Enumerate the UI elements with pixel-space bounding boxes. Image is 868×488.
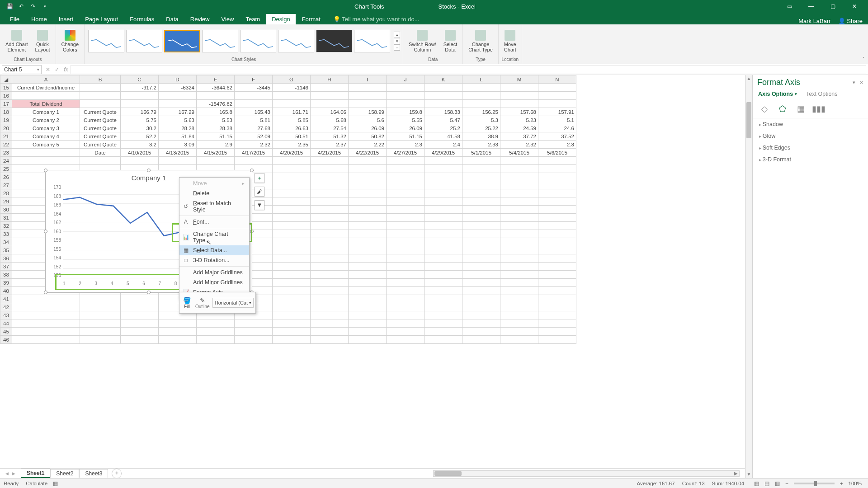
undo-icon[interactable]: ↶ (17, 2, 25, 10)
cell-G30[interactable] (273, 206, 311, 214)
outline-button[interactable]: ✎Outline (193, 297, 212, 309)
chart-style-2[interactable] (126, 30, 162, 52)
cell-L26[interactable] (462, 173, 500, 181)
vertical-scrollbar[interactable]: ▲▼ (745, 75, 752, 478)
cell-J21[interactable]: 51.15 (387, 132, 425, 141)
cell-G45[interactable] (273, 328, 311, 336)
row-header-22[interactable]: 22 (0, 141, 12, 149)
enter-formula-icon[interactable]: ✓ (52, 66, 61, 73)
ribbon-display-options-icon[interactable]: ▭ (781, 0, 797, 13)
cell-J34[interactable] (387, 238, 425, 246)
cell-E46[interactable] (197, 336, 235, 344)
formula-input[interactable] (71, 65, 866, 74)
cell-H19[interactable]: 5.68 (311, 116, 349, 124)
cell-H34[interactable] (311, 238, 349, 246)
row-header-29[interactable]: 29 (0, 197, 12, 206)
cell-N37[interactable] (538, 263, 576, 271)
cell-L16[interactable] (462, 92, 500, 100)
cell-C19[interactable]: 5.75 (121, 116, 159, 124)
chart-style-1[interactable] (88, 30, 124, 52)
cell-J35[interactable] (387, 246, 425, 254)
cell-L43[interactable] (462, 311, 500, 319)
cell-K39[interactable] (425, 279, 462, 287)
cancel-formula-icon[interactable]: ✕ (43, 66, 52, 73)
cell-L21[interactable]: 38.9 (462, 132, 500, 141)
cell-L34[interactable] (462, 238, 500, 246)
cell-N45[interactable] (538, 328, 576, 336)
cell-G32[interactable] (273, 222, 311, 230)
cell-A41[interactable] (12, 295, 80, 303)
cell-N39[interactable] (538, 279, 576, 287)
cell-G17[interactable] (273, 100, 311, 108)
cell-A43[interactable] (12, 311, 80, 319)
cell-H46[interactable] (311, 336, 349, 344)
cell-L24[interactable] (462, 157, 500, 165)
cell-I30[interactable] (349, 206, 387, 214)
cell-E45[interactable] (197, 328, 235, 336)
cell-M45[interactable] (500, 328, 538, 336)
cell-B22[interactable]: Current Quote (80, 141, 121, 149)
cell-M26[interactable] (500, 173, 538, 181)
cell-I44[interactable] (349, 319, 387, 328)
cell-H45[interactable] (311, 328, 349, 336)
row-header-16[interactable]: 16 (0, 92, 12, 100)
cell-L32[interactable] (462, 222, 500, 230)
cell-H16[interactable] (311, 92, 349, 100)
cell-H43[interactable] (311, 311, 349, 319)
cell-I40[interactable] (349, 287, 387, 295)
row-header-21[interactable]: 21 (0, 132, 12, 141)
cell-H17[interactable] (311, 100, 349, 108)
cell-J36[interactable] (387, 254, 425, 263)
cell-F21[interactable]: 52.09 (235, 132, 273, 141)
cell-D17[interactable] (159, 100, 197, 108)
move-chart-button[interactable]: Move Chart (501, 29, 519, 53)
cell-M15[interactable] (500, 84, 538, 92)
chart-style-6[interactable] (278, 30, 314, 52)
cell-G29[interactable] (273, 197, 311, 206)
section-shadow[interactable]: Shadow (753, 118, 868, 130)
cell-G23[interactable]: 4/20/2015 (273, 149, 311, 157)
size-props-icon[interactable]: ▦ (794, 103, 807, 115)
cell-B16[interactable] (80, 92, 121, 100)
cell-M23[interactable]: 5/4/2015 (500, 149, 538, 157)
cell-G35[interactable] (273, 246, 311, 254)
view-page-break-icon[interactable]: ▥ (772, 479, 783, 488)
cell-M41[interactable] (500, 295, 538, 303)
axis-options-tab[interactable]: Axis Options ▾ (758, 91, 797, 97)
cell-K18[interactable]: 158.33 (425, 108, 462, 116)
cell-J46[interactable] (387, 336, 425, 344)
cell-L27[interactable] (462, 181, 500, 189)
select-data-button[interactable]: Select Data (441, 29, 460, 53)
cell-J41[interactable] (387, 295, 425, 303)
row-header-17[interactable]: 17 (0, 100, 12, 108)
cell-G24[interactable] (273, 157, 311, 165)
sheet-tab-1[interactable]: Sheet1 (21, 469, 50, 478)
tab-format[interactable]: Format (297, 14, 326, 24)
save-icon[interactable]: 💾 (5, 2, 14, 10)
cell-M22[interactable]: 2.32 (500, 141, 538, 149)
cell-C22[interactable]: 3.2 (121, 141, 159, 149)
cell-F23[interactable]: 4/17/2015 (235, 149, 273, 157)
cell-A24[interactable] (12, 157, 80, 165)
row-header-28[interactable]: 28 (0, 189, 12, 197)
change-chart-type-button[interactable]: Change Chart Type (466, 29, 495, 53)
cell-E18[interactable]: 165.8 (197, 108, 235, 116)
cell-K30[interactable] (425, 206, 462, 214)
cell-A45[interactable] (12, 328, 80, 336)
row-header-36[interactable]: 36 (0, 254, 12, 263)
cell-B44[interactable] (80, 319, 121, 328)
cell-H38[interactable] (311, 271, 349, 279)
cell-I26[interactable] (349, 173, 387, 181)
zoom-level[interactable]: 100% (846, 479, 864, 488)
cell-D22[interactable]: 3.09 (159, 141, 197, 149)
cell-I33[interactable] (349, 230, 387, 238)
cell-N28[interactable] (538, 189, 576, 197)
cell-J38[interactable] (387, 271, 425, 279)
cell-E20[interactable]: 28.38 (197, 124, 235, 132)
cell-D18[interactable]: 167.29 (159, 108, 197, 116)
cell-K21[interactable]: 41.58 (425, 132, 462, 141)
cell-I35[interactable] (349, 246, 387, 254)
row-header-20[interactable]: 20 (0, 124, 12, 132)
cell-E24[interactable] (197, 157, 235, 165)
cell-G38[interactable] (273, 271, 311, 279)
